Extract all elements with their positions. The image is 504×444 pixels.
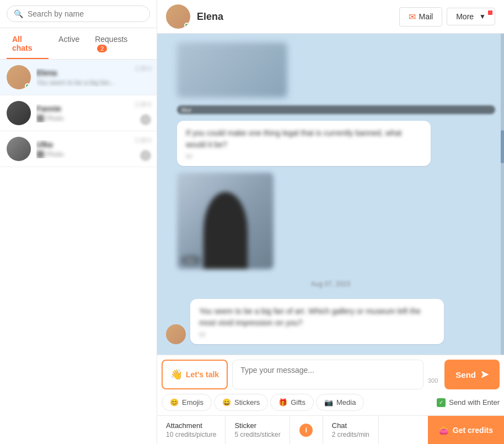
tab-all-chats[interactable]: All chats	[7, 28, 49, 59]
chat-name-elena: Elena	[36, 68, 150, 77]
input-row: 👋 Let's talk 300 Send ➤	[157, 355, 504, 392]
search-bar: 🔍	[0, 0, 157, 28]
chat-time-ulka: 1:30 li	[135, 137, 151, 143]
message-bubble-1: If you could make one thing legal that i…	[177, 121, 431, 166]
char-count: 300	[428, 377, 440, 384]
image-top-badge: blur	[177, 105, 495, 114]
send-with-enter-label: Send with Enter	[449, 398, 500, 406]
header-name: Elena	[197, 11, 395, 23]
chat-item-ulka[interactable]: Ulka Photo 1:30 li	[0, 131, 157, 167]
chat-preview-elena: You seem to be a big fan...	[36, 79, 150, 87]
get-credits-button[interactable]: 👛 Get credits	[428, 416, 504, 444]
photo-icon-2	[36, 151, 44, 158]
message-image-container: blur	[177, 173, 274, 269]
info-icon: i	[299, 424, 313, 437]
chat-name-ulka: Ulka	[36, 140, 150, 149]
chevron-down-icon: ▼	[479, 13, 486, 20]
stickers-button[interactable]: 😄 Stickers	[214, 394, 268, 411]
lets-talk-button[interactable]: 👋 Let's talk	[162, 360, 228, 389]
tabs: All chats Active Requests 2	[0, 28, 157, 60]
gifts-button[interactable]: 🎁 Gifts	[270, 394, 314, 411]
header-online-dot	[184, 23, 190, 28]
attachment-credits: Attachment 10 credits/picture	[157, 416, 226, 444]
toolbar-row: 😊 Emojis 😄 Stickers 🎁 Gifts 📷 Media ✓ Se…	[157, 392, 504, 415]
media-button[interactable]: 📷 Media	[316, 394, 364, 411]
chat-info-ulka: Ulka Photo	[36, 140, 150, 158]
chat-info-elena: Elena You seem to be a big fan...	[36, 68, 150, 87]
chat-header: Elena ✉ Mail More ▼	[157, 0, 504, 34]
sticker-icon: 😄	[222, 398, 231, 406]
tab-active[interactable]: Active	[53, 28, 85, 59]
unread-badge-fannie	[140, 114, 151, 125]
online-indicator-elena	[25, 83, 30, 89]
sticker-label: Sticker	[234, 421, 280, 430]
send-with-enter-wrapper[interactable]: ✓ Send with Enter	[437, 398, 500, 407]
chat-item-fannie[interactable]: Fannie Photo 1:30 li	[0, 95, 157, 131]
image-figure	[203, 192, 248, 269]
more-button[interactable]: More ▼	[447, 8, 495, 25]
chat-preview-fannie: Photo	[36, 115, 150, 122]
scrollbar-track[interactable]	[501, 34, 504, 355]
avatar-ulka	[7, 137, 31, 161]
message-text-1: If you could make one thing legal that i…	[186, 127, 422, 151]
chat-label: Chat	[332, 421, 369, 430]
message-time-2: blr	[199, 331, 435, 338]
credits-bar: Attachment 10 credits/picture Sticker 5 …	[157, 415, 504, 444]
message-bubble-2: You seem to be a big fan of art. Which g…	[190, 299, 444, 344]
message-text-2: You seem to be a big fan of art. Which g…	[199, 306, 435, 329]
chat-list: Elena You seem to be a big fan... 1:30 l…	[0, 60, 157, 444]
date-separator: Aug 07, 2023	[166, 280, 495, 288]
sidebar: 🔍 All chats Active Requests 2 Elena You …	[0, 0, 157, 444]
avatar-fannie	[7, 101, 31, 125]
chat-time-elena: 1:30 li	[135, 65, 151, 72]
chat-value: 2 credits/min	[332, 431, 369, 438]
photo-icon	[36, 115, 44, 122]
message-input[interactable]	[232, 360, 423, 389]
emoji-icon: 😊	[170, 398, 179, 406]
main-chat: Elena ✉ Mail More ▼ blur If you could ma…	[157, 0, 504, 444]
message-image-top	[177, 42, 287, 98]
scrollbar-thumb[interactable]	[501, 130, 504, 163]
messages-area[interactable]: blur If you could make one thing legal t…	[157, 34, 504, 355]
header-avatar	[166, 4, 190, 29]
tab-requests[interactable]: Requests 2	[89, 28, 146, 59]
chat-info-fannie: Fannie Photo	[36, 104, 150, 122]
send-enter-checkbox[interactable]: ✓	[437, 398, 446, 407]
media-icon: 📷	[324, 398, 333, 406]
attachment-value: 10 credits/picture	[166, 431, 216, 438]
chat-item-elena[interactable]: Elena You seem to be a big fan... 1:30 l…	[0, 60, 157, 95]
chat-name-fannie: Fannie	[36, 104, 150, 113]
chat-credits: Chat 2 credits/min	[323, 416, 379, 444]
search-icon: 🔍	[14, 9, 23, 18]
chat-preview-ulka: Photo	[36, 151, 150, 158]
message-row-2: You seem to be a big fan of art. Which g…	[166, 299, 495, 344]
chat-time-fannie: 1:30 li	[135, 101, 151, 108]
input-area: 👋 Let's talk 300 Send ➤ 😊 Emojis 😄 Stick…	[157, 355, 504, 444]
send-arrow-icon: ➤	[480, 368, 489, 381]
credits-info-button[interactable]: i	[290, 416, 323, 444]
hi-icon: 👋	[170, 368, 183, 381]
emojis-button[interactable]: 😊 Emojis	[162, 394, 212, 411]
mail-button[interactable]: ✉ Mail	[399, 7, 443, 26]
message-image-1: blur	[177, 173, 274, 269]
avatar-elena	[7, 65, 31, 89]
search-wrapper[interactable]: 🔍	[7, 6, 150, 22]
sticker-credits: Sticker 5 credits/sticker	[226, 416, 289, 444]
wallet-icon: 👛	[439, 426, 448, 435]
send-button[interactable]: Send ➤	[444, 360, 500, 389]
mail-icon: ✉	[409, 12, 416, 22]
notification-dot	[488, 10, 492, 15]
requests-badge: 2	[97, 45, 107, 52]
gift-icon: 🎁	[278, 398, 287, 406]
search-input[interactable]	[28, 9, 143, 18]
sticker-value: 5 credits/sticker	[234, 431, 280, 438]
image-badge: blur	[181, 256, 200, 265]
attachment-label: Attachment	[166, 421, 216, 430]
message-avatar	[166, 324, 186, 344]
message-time-1: blr	[186, 153, 422, 159]
unread-badge-ulka	[140, 150, 151, 161]
